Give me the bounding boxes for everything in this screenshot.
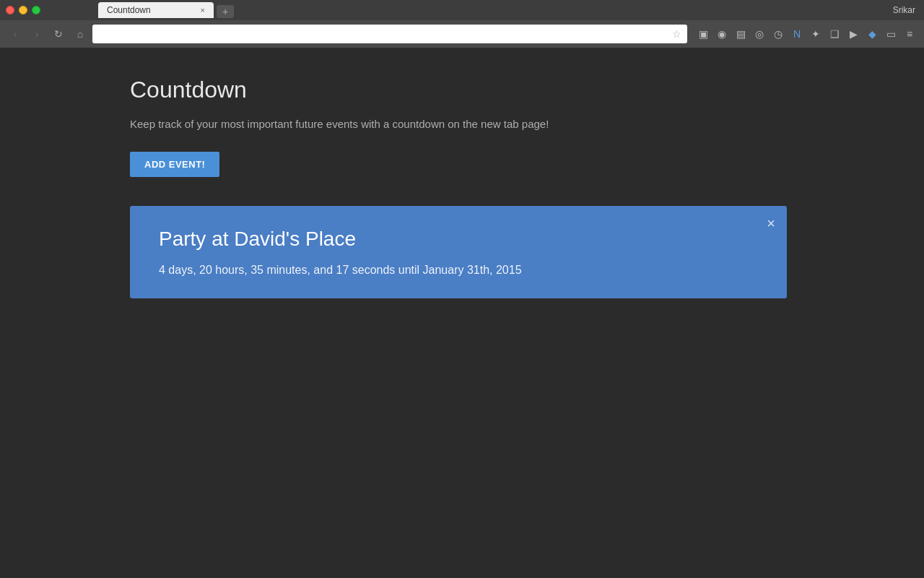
home-button[interactable]: ⌂ (71, 25, 90, 43)
forward-button[interactable]: › (27, 25, 46, 43)
pin-icon[interactable]: ◆ (863, 25, 881, 43)
address-input[interactable] (98, 29, 668, 40)
close-button[interactable] (6, 6, 14, 14)
tab-title: Countdown (107, 5, 195, 15)
back-button[interactable]: ‹ (6, 25, 25, 43)
pocket-icon[interactable]: ▣ (694, 25, 712, 43)
tab-bar: Countdown × + (40, 2, 918, 18)
headphone-icon[interactable]: ◉ (713, 25, 731, 43)
page-subtitle: Keep track of your most important future… (130, 118, 924, 130)
event-name: Party at David's Place (159, 228, 758, 251)
event-countdown: 4 days, 20 hours, 35 minutes, and 17 sec… (159, 264, 758, 277)
page-content: Countdown Keep track of your most import… (0, 48, 924, 578)
home-icon: ⌂ (77, 28, 83, 40)
window-controls (6, 6, 40, 14)
refresh-icon: ↻ (54, 28, 63, 40)
feather-icon[interactable]: ✦ (807, 25, 824, 43)
forward-icon: › (35, 28, 39, 40)
evernote-icon[interactable]: N (788, 25, 806, 43)
tab-close-button[interactable]: × (201, 7, 205, 14)
play-icon[interactable]: ▶ (845, 25, 862, 43)
event-card: × Party at David's Place 4 days, 20 hour… (130, 206, 787, 298)
new-tab-button[interactable]: + (217, 5, 234, 18)
add-event-button[interactable]: ADD EVENT! (130, 152, 219, 177)
refresh-button[interactable]: ↻ (49, 25, 68, 43)
minimize-button[interactable] (19, 6, 27, 14)
active-tab[interactable]: Countdown × (98, 2, 214, 18)
toolbar-icons: ▣ ◉ ▤ ◎ ◷ N ✦ ❑ ▶ ◆ ▭ ≡ (694, 25, 918, 43)
bookmark-icon[interactable]: ☆ (672, 28, 681, 40)
event-close-button[interactable]: × (767, 216, 775, 230)
account-icon[interactable]: ◎ (751, 25, 768, 43)
title-bar: Countdown × + Srikar (0, 0, 924, 20)
copy-icon[interactable]: ❑ (826, 25, 843, 43)
clock-icon[interactable]: ◷ (770, 25, 787, 43)
address-bar-container: ☆ (92, 25, 687, 43)
browser-window: Countdown × + Srikar ‹ › ↻ ⌂ ☆ ▣ ◉ ▤ ◎ (0, 0, 924, 578)
user-label: Srikar (893, 5, 915, 15)
maximize-button[interactable] (32, 6, 40, 14)
cast-icon[interactable]: ▤ (732, 25, 749, 43)
page-title: Countdown (130, 77, 924, 103)
monitor-icon[interactable]: ▭ (882, 25, 899, 43)
back-icon: ‹ (14, 28, 17, 40)
menu-icon[interactable]: ≡ (901, 25, 918, 43)
nav-bar: ‹ › ↻ ⌂ ☆ ▣ ◉ ▤ ◎ ◷ N ✦ ❑ ▶ ◆ ▭ ≡ (0, 20, 924, 48)
